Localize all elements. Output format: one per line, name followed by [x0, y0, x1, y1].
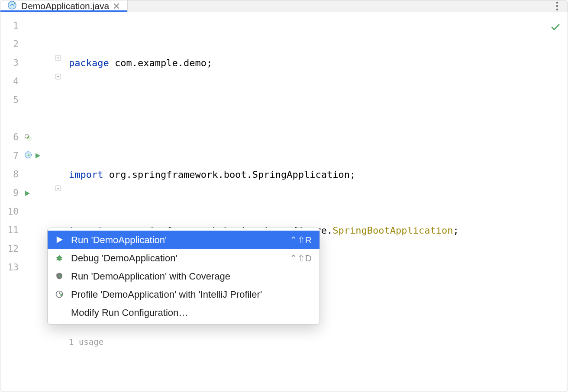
gutter: 1 2 3 4 5 6 7 — [0, 12, 52, 392]
spring-boot-gutter-icon[interactable] — [24, 147, 32, 165]
menu-item-modify-run-config[interactable]: Modify Run Configuration… — [48, 303, 320, 321]
svg-point-1 — [556, 2, 558, 3]
shortcut: ⌃⇧D — [290, 249, 312, 267]
editor-window: DemoApplication.java 1 2 3 4 5 6 — [0, 0, 568, 392]
menu-item-profile[interactable]: Profile 'DemoApplication' with 'IntelliJ… — [48, 285, 320, 303]
line-number: 10 — [0, 202, 21, 221]
debug-icon — [54, 254, 65, 262]
line-number: 8 — [0, 165, 21, 184]
menu-item-coverage[interactable]: Run 'DemoApplication' with Coverage — [48, 267, 320, 285]
line-number: 3 — [0, 54, 21, 72]
spring-config-gutter-icon[interactable] — [21, 133, 32, 142]
svg-marker-9 — [25, 191, 30, 196]
line-number: 7 — [0, 147, 21, 165]
menu-item-run[interactable]: Run 'DemoApplication' ⌃⇧R — [48, 231, 320, 249]
line-number: 2 — [0, 35, 21, 54]
coverage-icon — [54, 272, 65, 280]
svg-point-2 — [556, 5, 558, 7]
tab-more-button[interactable] — [547, 0, 568, 12]
line-number: 9 — [0, 184, 21, 202]
line-number: 11 — [0, 221, 21, 240]
svg-point-0 — [8, 1, 16, 9]
run-class-gutter-icon[interactable] — [34, 147, 41, 165]
line-number: 12 — [0, 240, 21, 258]
svg-point-3 — [556, 9, 558, 10]
svg-point-6 — [25, 152, 32, 158]
menu-item-debug[interactable]: Debug 'DemoApplication' ⌃⇧D — [48, 249, 320, 267]
file-tab[interactable]: DemoApplication.java — [0, 0, 128, 12]
line-number: 4 — [0, 72, 21, 91]
run-context-menu: Run 'DemoApplication' ⌃⇧R Debug 'DemoApp… — [47, 228, 320, 325]
line-number: 1 — [0, 16, 21, 35]
shortcut: ⌃⇧R — [290, 231, 312, 249]
tab-bar: DemoApplication.java — [0, 0, 568, 12]
profiler-icon — [54, 290, 65, 299]
svg-point-14 — [57, 256, 61, 261]
svg-marker-8 — [36, 153, 40, 158]
run-icon — [54, 236, 65, 244]
code-area[interactable]: package com.example.demo; import org.spr… — [52, 12, 568, 392]
line-number: 6 — [0, 128, 21, 147]
line-number: 5 — [0, 91, 21, 109]
file-tab-label: DemoApplication.java — [21, 1, 109, 11]
close-tab-icon[interactable] — [113, 3, 119, 9]
line-number: 13 — [0, 258, 21, 277]
usage-hint[interactable]: 1 usage — [69, 333, 568, 351]
code-editor[interactable]: 1 2 3 4 5 6 7 — [0, 12, 568, 392]
spring-bean-icon — [7, 0, 17, 12]
svg-point-5 — [25, 134, 29, 138]
svg-marker-13 — [57, 237, 62, 243]
run-method-gutter-icon[interactable] — [21, 190, 31, 197]
